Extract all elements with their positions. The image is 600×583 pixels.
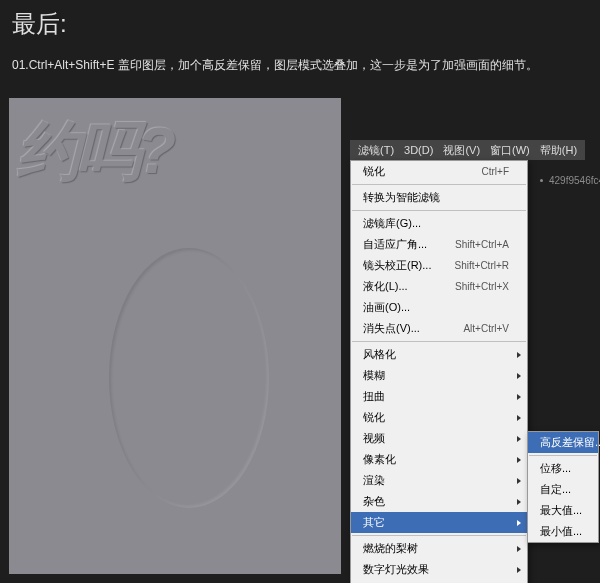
menu-stylize[interactable]: 风格化 (351, 344, 527, 365)
menu-label: 数字灯光效果 (363, 562, 429, 577)
menubar-window[interactable]: 窗口(W) (486, 143, 534, 158)
chevron-right-icon (517, 457, 521, 463)
shortcut-label: Shift+Ctrl+A (455, 239, 509, 250)
menubar-help[interactable]: 帮助(H) (536, 143, 581, 158)
menu-label: 扭曲 (363, 389, 385, 404)
menu-label: 位移... (540, 461, 571, 476)
menu-label: 锐化 (363, 410, 385, 425)
emboss-figure (109, 248, 269, 508)
menu-label: 转换为智能滤镜 (363, 190, 440, 205)
menu-label: 自定... (540, 482, 571, 497)
submenu-custom[interactable]: 自定... (528, 479, 598, 500)
app-menubar: 滤镜(T) 3D(D) 视图(V) 窗口(W) 帮助(H) (350, 140, 585, 160)
menu-separator (529, 455, 597, 456)
menu-digital-light[interactable]: 数字灯光效果 (351, 559, 527, 580)
menu-label: 其它 (363, 515, 385, 530)
shortcut-label: Alt+Ctrl+V (463, 323, 509, 334)
chevron-right-icon (517, 436, 521, 442)
canvas-preview: 约吗? (9, 98, 341, 574)
menu-oil-paint[interactable]: 油画(O)... (351, 297, 527, 318)
submenu-high-pass[interactable]: 高反差保留... (528, 432, 598, 453)
menu-label: 镜头校正(R)... (363, 258, 431, 273)
menu-label: 模糊 (363, 368, 385, 383)
chevron-right-icon (517, 352, 521, 358)
menubar-filter[interactable]: 滤镜(T) (354, 143, 398, 158)
submenu-minimum[interactable]: 最小值... (528, 521, 598, 542)
menu-blur[interactable]: 模糊 (351, 365, 527, 386)
menu-liquify[interactable]: 液化(L)... Shift+Ctrl+X (351, 276, 527, 297)
page-title: 最后: (12, 8, 588, 40)
chevron-right-icon (517, 499, 521, 505)
submenu-offset[interactable]: 位移... (528, 458, 598, 479)
menu-separator (352, 535, 526, 536)
chevron-right-icon (517, 546, 521, 552)
instruction-text: 01.Ctrl+Alt+Shift+E 盖印图层，加个高反差保留，图层模式选叠加… (12, 56, 588, 74)
chevron-right-icon (517, 373, 521, 379)
menu-label: 像素化 (363, 452, 396, 467)
chevron-right-icon (517, 394, 521, 400)
chevron-right-icon (517, 478, 521, 484)
menu-sharpen[interactable]: 锐化 (351, 407, 527, 428)
menu-adaptive-wide[interactable]: 自适应广角... Shift+Ctrl+A (351, 234, 527, 255)
menu-pixelate[interactable]: 像素化 (351, 449, 527, 470)
dot-icon (540, 179, 543, 182)
menu-label: 最小值... (540, 524, 582, 539)
menu-label: 燃烧的梨树 (363, 541, 418, 556)
menu-convert-smart[interactable]: 转换为智能滤镜 (351, 187, 527, 208)
emboss-text: 约吗? (17, 108, 172, 195)
filter-menu: 锐化 Ctrl+F 转换为智能滤镜 滤镜库(G)... 自适应广角... Shi… (350, 160, 528, 583)
side-info: 429f9546fc4e (540, 175, 600, 186)
menu-label: 油画(O)... (363, 300, 410, 315)
menu-label: 最大值... (540, 503, 582, 518)
menu-label: 杂色 (363, 494, 385, 509)
menu-sharpen-last[interactable]: 锐化 Ctrl+F (351, 161, 527, 182)
other-submenu: 高反差保留... 位移... 自定... 最大值... 最小值... (527, 431, 599, 543)
menu-burning-pear[interactable]: 燃烧的梨树 (351, 538, 527, 559)
menu-label: 消失点(V)... (363, 321, 420, 336)
menu-label: 视频 (363, 431, 385, 446)
chevron-right-icon (517, 520, 521, 526)
menu-render[interactable]: 渲染 (351, 470, 527, 491)
menu-separator (352, 210, 526, 211)
menu-video[interactable]: 视频 (351, 428, 527, 449)
menu-distort[interactable]: 扭曲 (351, 386, 527, 407)
menu-label: 自适应广角... (363, 237, 427, 252)
menu-noise[interactable]: 杂色 (351, 491, 527, 512)
submenu-maximum[interactable]: 最大值... (528, 500, 598, 521)
menu-label: 液化(L)... (363, 279, 408, 294)
side-hash: 429f9546fc4e (549, 175, 600, 186)
shortcut-label: Ctrl+F (482, 166, 510, 177)
menu-filter-gallery[interactable]: 滤镜库(G)... (351, 213, 527, 234)
menubar-view[interactable]: 视图(V) (439, 143, 484, 158)
menu-label: 风格化 (363, 347, 396, 362)
menu-label: 渲染 (363, 473, 385, 488)
shortcut-label: Shift+Ctrl+X (455, 281, 509, 292)
menu-vanishing-point[interactable]: 消失点(V)... Alt+Ctrl+V (351, 318, 527, 339)
menu-label: 滤镜库(G)... (363, 216, 421, 231)
menu-separator (352, 341, 526, 342)
menu-label: 高反差保留... (540, 435, 600, 450)
menu-lens-correction[interactable]: 镜头校正(R)... Shift+Ctrl+R (351, 255, 527, 276)
chevron-right-icon (517, 567, 521, 573)
shortcut-label: Shift+Ctrl+R (455, 260, 509, 271)
menu-other[interactable]: 其它 (351, 512, 527, 533)
menu-label: 锐化 (363, 164, 385, 179)
menubar-3d[interactable]: 3D(D) (400, 144, 437, 156)
chevron-right-icon (517, 415, 521, 421)
menu-separator (352, 184, 526, 185)
